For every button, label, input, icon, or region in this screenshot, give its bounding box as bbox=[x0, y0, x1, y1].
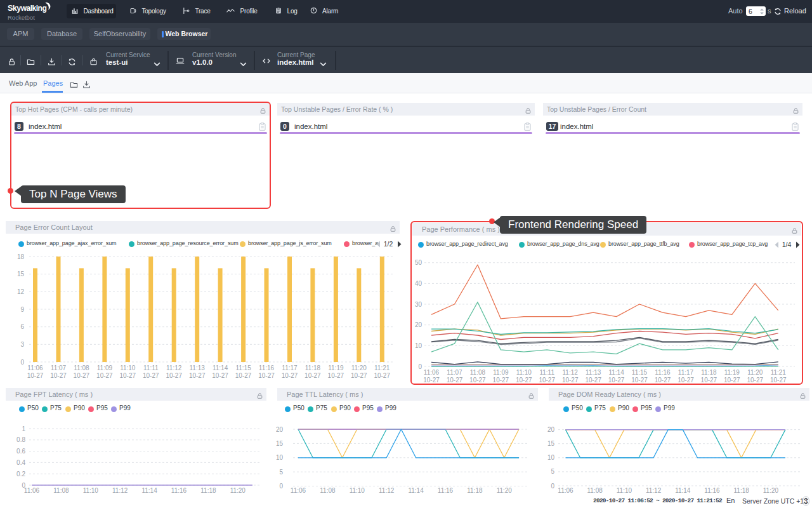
svg-text:11:08: 11:08 bbox=[74, 364, 89, 371]
svg-text:11:07: 11:07 bbox=[51, 364, 67, 371]
svg-text:10-27: 10-27 bbox=[120, 372, 136, 379]
svg-text:11:20: 11:20 bbox=[351, 364, 367, 371]
svg-text:11:18: 11:18 bbox=[200, 487, 216, 494]
svg-text:10-27: 10-27 bbox=[50, 372, 67, 379]
svg-text:0.6: 0.6 bbox=[16, 448, 25, 455]
svg-text:11:06: 11:06 bbox=[27, 364, 43, 371]
svg-text:5: 5 bbox=[279, 469, 283, 476]
svg-text:11:14: 11:14 bbox=[213, 364, 228, 371]
svg-text:11:12: 11:12 bbox=[112, 487, 128, 494]
svg-text:15: 15 bbox=[17, 271, 25, 277]
svg-text:11:10: 11:10 bbox=[350, 487, 365, 494]
svg-text:10-27: 10-27 bbox=[235, 372, 252, 379]
svg-text:10-27: 10-27 bbox=[374, 372, 390, 379]
svg-text:11:09: 11:09 bbox=[97, 364, 113, 371]
svg-text:11:14: 11:14 bbox=[408, 487, 424, 494]
svg-text:11:14: 11:14 bbox=[141, 487, 157, 494]
svg-text:11:16: 11:16 bbox=[704, 487, 720, 494]
svg-text:0.2: 0.2 bbox=[16, 471, 25, 478]
svg-text:11:20: 11:20 bbox=[763, 487, 779, 494]
svg-text:15: 15 bbox=[547, 440, 555, 447]
svg-text:10-27: 10-27 bbox=[74, 372, 90, 379]
svg-text:20: 20 bbox=[547, 426, 555, 433]
svg-text:11:18: 11:18 bbox=[305, 364, 321, 371]
svg-text:11:10: 11:10 bbox=[617, 487, 632, 494]
svg-text:10-27: 10-27 bbox=[258, 372, 275, 379]
svg-text:3: 3 bbox=[20, 341, 24, 348]
svg-text:11:10: 11:10 bbox=[120, 364, 136, 371]
svg-text:0.4: 0.4 bbox=[16, 459, 25, 466]
svg-text:11:12: 11:12 bbox=[166, 364, 182, 371]
svg-text:10-27: 10-27 bbox=[166, 372, 182, 379]
svg-text:12: 12 bbox=[17, 288, 25, 295]
svg-text:11:17: 11:17 bbox=[282, 364, 298, 371]
svg-text:11:21: 11:21 bbox=[374, 364, 390, 371]
svg-text:10-27: 10-27 bbox=[27, 372, 44, 379]
svg-text:11:19: 11:19 bbox=[328, 364, 344, 371]
svg-text:11:14: 11:14 bbox=[675, 487, 691, 494]
svg-text:11:16: 11:16 bbox=[438, 487, 454, 494]
svg-text:11:16: 11:16 bbox=[171, 487, 187, 494]
svg-text:11:18: 11:18 bbox=[734, 487, 750, 494]
svg-text:10-27: 10-27 bbox=[212, 372, 228, 379]
svg-text:10-27: 10-27 bbox=[143, 372, 159, 379]
svg-text:11:06: 11:06 bbox=[558, 487, 573, 494]
svg-text:18: 18 bbox=[17, 253, 25, 260]
svg-text:11:08: 11:08 bbox=[53, 487, 69, 494]
svg-text:0: 0 bbox=[20, 359, 24, 366]
svg-text:11:18: 11:18 bbox=[467, 487, 483, 494]
svg-text:0: 0 bbox=[279, 483, 283, 490]
svg-text:0.8: 0.8 bbox=[16, 436, 25, 443]
svg-text:11:11: 11:11 bbox=[143, 364, 159, 371]
svg-text:10-27: 10-27 bbox=[351, 372, 367, 379]
svg-text:11:16: 11:16 bbox=[259, 364, 275, 371]
svg-text:11:12: 11:12 bbox=[646, 487, 662, 494]
svg-text:6: 6 bbox=[20, 323, 24, 330]
svg-text:10-27: 10-27 bbox=[328, 372, 344, 379]
svg-text:10: 10 bbox=[276, 454, 284, 461]
svg-text:10-27: 10-27 bbox=[282, 372, 298, 379]
svg-text:11:06: 11:06 bbox=[291, 487, 306, 494]
svg-text:11:15: 11:15 bbox=[235, 364, 251, 371]
svg-text:0: 0 bbox=[551, 483, 554, 490]
svg-text:10: 10 bbox=[547, 454, 555, 461]
svg-text:15: 15 bbox=[276, 440, 284, 447]
svg-text:11:10: 11:10 bbox=[83, 487, 99, 494]
svg-text:10-27: 10-27 bbox=[189, 372, 206, 379]
svg-text:9: 9 bbox=[20, 306, 24, 313]
svg-text:11:08: 11:08 bbox=[587, 487, 603, 494]
svg-text:1: 1 bbox=[22, 425, 25, 432]
svg-text:11:20: 11:20 bbox=[230, 487, 246, 494]
svg-text:11:20: 11:20 bbox=[497, 487, 513, 494]
svg-text:10-27: 10-27 bbox=[304, 372, 321, 379]
svg-text:5: 5 bbox=[551, 468, 554, 475]
svg-text:20: 20 bbox=[276, 426, 284, 433]
svg-text:11:12: 11:12 bbox=[379, 487, 395, 494]
svg-text:11:06: 11:06 bbox=[24, 487, 40, 494]
svg-text:11:13: 11:13 bbox=[190, 364, 206, 371]
svg-text:10-27: 10-27 bbox=[96, 372, 113, 379]
svg-text:11:08: 11:08 bbox=[320, 487, 336, 494]
